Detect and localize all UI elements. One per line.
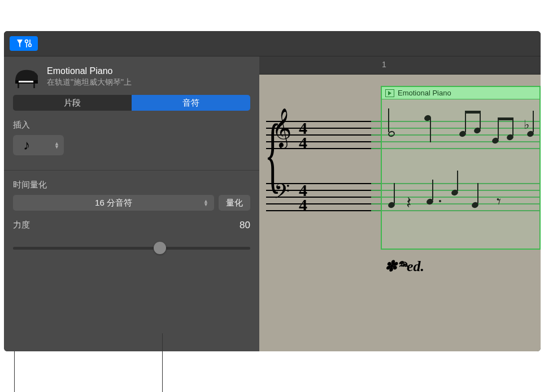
velocity-row: 力度 80 (13, 220, 250, 235)
inspector-tabs: 片段 音符 (13, 95, 250, 111)
region-title: Emotional Piano (398, 89, 451, 97)
velocity-section: 力度 80 (13, 220, 250, 256)
svg-point-0 (25, 40, 28, 43)
staff-line (266, 210, 371, 211)
inspector-panel: Emotional Piano 在轨道"施坦威大钢琴"上 片段 音符 插入 ♪ … (4, 56, 259, 351)
insert-label: 插入 (13, 120, 250, 130)
midi-region[interactable]: Emotional Piano (381, 86, 541, 250)
quantize-section: 时间量化 16 分音符 ▲▼ 量化 (13, 180, 250, 220)
toolbar (4, 31, 541, 56)
svg-rect-7 (19, 81, 33, 82)
timesig-denominator: 4 (299, 136, 307, 150)
quantize-select[interactable]: 16 分音符 ▲▼ (13, 195, 214, 211)
stepper-arrows-icon: ▲▼ (54, 142, 59, 149)
content-area: Emotional Piano 在轨道"施坦威大钢琴"上 片段 音符 插入 ♪ … (4, 56, 541, 351)
slider-thumb[interactable] (154, 242, 166, 254)
svg-rect-6 (33, 84, 35, 88)
tab-notes[interactable]: 音符 (132, 95, 250, 111)
region-name: Emotional Piano (47, 66, 132, 76)
tab-clips[interactable]: 片段 (13, 95, 132, 111)
velocity-label: 力度 (13, 220, 30, 230)
region-header-bar[interactable]: Emotional Piano (382, 87, 539, 99)
region-info: Emotional Piano 在轨道"施坦威大钢琴"上 (47, 66, 132, 88)
score-editor[interactable]: 1 { (259, 56, 541, 351)
time-ruler[interactable]: 1 (259, 56, 541, 75)
staff-line (266, 148, 371, 149)
grand-piano-icon (13, 66, 40, 88)
quantize-value: 16 分音符 (95, 198, 132, 208)
callout-line (162, 333, 163, 392)
timesig-denominator: 4 (299, 198, 307, 212)
editor-window: Emotional Piano 在轨道"施坦威大钢琴"上 片段 音符 插入 ♪ … (4, 31, 541, 351)
slider-track (13, 247, 250, 250)
velocity-slider[interactable] (13, 239, 250, 256)
region-header: Emotional Piano 在轨道"施坦威大钢琴"上 (13, 62, 250, 95)
divider (4, 170, 259, 171)
eighth-note-icon: ♪ (23, 137, 30, 153)
score-canvas[interactable]: { (259, 75, 541, 351)
stepper-arrows-icon: ▲▼ (203, 199, 208, 206)
filter-icon (16, 38, 32, 49)
svg-rect-5 (18, 84, 19, 88)
track-info: 在轨道"施坦威大钢琴"上 (47, 77, 132, 88)
quantize-button[interactable]: 量化 (219, 195, 250, 211)
bass-clef-icon: 𝄢 (274, 180, 290, 208)
pedal-marking: ✽𝆮ed. (385, 258, 424, 275)
bar-number: 1 (382, 60, 386, 69)
play-icon (385, 89, 394, 97)
quantize-label: 时间量化 (13, 180, 250, 190)
filter-button[interactable] (10, 36, 38, 51)
treble-clef-icon: 𝄞 (272, 108, 291, 147)
insert-note-dropdown[interactable]: ♪ ▲▼ (13, 135, 64, 155)
quantize-row: 16 分音符 ▲▼ 量化 (13, 195, 250, 211)
velocity-value: 80 (240, 220, 250, 235)
svg-point-2 (29, 44, 32, 47)
callout-line (14, 351, 15, 392)
insert-section: 插入 ♪ ▲▼ (13, 120, 250, 155)
